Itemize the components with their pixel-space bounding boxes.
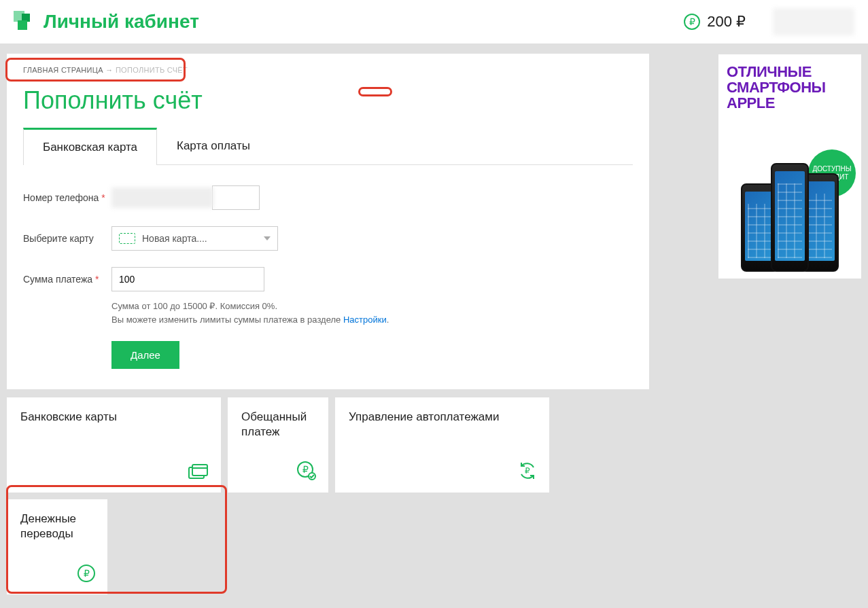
breadcrumb: ГЛАВНАЯ СТРАНИЦА → ПОПОЛНИТЬ СЧЁТ — [23, 62, 633, 81]
row-select-card: Выберите карту Новая карта.... — [23, 226, 633, 251]
ruble-circle-icon: ₽ — [684, 14, 700, 30]
cards-grid: Банковские карты Обещанный платеж ₽ Упра… — [7, 397, 656, 594]
tabs: Банковская карта Карта оплаты — [23, 127, 633, 165]
credit-card-icon — [188, 464, 209, 483]
balance[interactable]: ₽ 200 ₽ — [684, 13, 746, 31]
logo-icon — [14, 11, 35, 33]
promo-headline: ОТЛИЧНЫЕ СМАРТФОНЫ APPLE — [727, 64, 853, 111]
phone-label: Номер телефона * — [23, 192, 111, 203]
ruble-check-icon: ₽ — [297, 461, 316, 483]
tab-bank-card[interactable]: Банковская карта — [23, 128, 157, 165]
row-phone: Номер телефона * — [23, 185, 633, 210]
new-card-icon — [119, 233, 135, 244]
content-panel: ГЛАВНАЯ СТРАНИЦА → ПОПОЛНИТЬ СЧЁТ Пополн… — [7, 54, 649, 389]
ruble-refresh-icon: ₽ — [518, 461, 537, 483]
breadcrumb-arrow: → — [105, 66, 113, 74]
phone-value-blurred — [111, 187, 213, 208]
amount-input[interactable] — [111, 267, 264, 291]
card-promised-payment[interactable]: Обещанный платеж ₽ — [228, 397, 328, 493]
header-title[interactable]: Личный кабинет — [44, 11, 199, 33]
svg-rect-1 — [192, 465, 207, 476]
balance-value: 200 ₽ — [707, 13, 746, 31]
settings-link[interactable]: Настройки — [343, 315, 387, 325]
card-money-transfers[interactable]: Денежные переводы ₽ — [7, 499, 107, 594]
header: Личный кабинет ₽ 200 ₽ — [0, 0, 868, 43]
svg-text:₽: ₽ — [84, 568, 90, 579]
chevron-down-icon — [264, 236, 271, 240]
select-card-label: Выберите карту — [23, 233, 111, 244]
card-bank-cards[interactable]: Банковские карты — [7, 397, 221, 493]
card-select-value: Новая карта.... — [142, 233, 207, 244]
breadcrumb-current: ПОПОЛНИТЬ СЧЁТ — [116, 66, 188, 74]
promo-banner[interactable]: ОТЛИЧНЫЕ СМАРТФОНЫ APPLE ДОСТУПНЫ В КРЕД… — [718, 54, 861, 279]
svg-text:₽: ₽ — [525, 466, 530, 476]
amount-label: Сумма платежа * — [23, 274, 111, 285]
card-autopayments[interactable]: Управление автоплатежами ₽ — [335, 397, 549, 493]
promo-phones-image — [725, 156, 854, 272]
page-title: Пополнить счёт — [23, 86, 633, 115]
breadcrumb-home[interactable]: ГЛАВНАЯ СТРАНИЦА — [23, 66, 103, 74]
next-button[interactable]: Далее — [111, 341, 179, 369]
ruble-circle-icon: ₽ — [77, 565, 95, 585]
card-select[interactable]: Новая карта.... — [111, 226, 278, 251]
amount-hint: Сумма от 100 до 15000 ₽. Комиссия 0%. Вы… — [111, 300, 633, 326]
svg-text:₽: ₽ — [302, 464, 309, 475]
row-amount: Сумма платежа * — [23, 267, 633, 291]
tab-payment-card[interactable]: Карта оплаты — [157, 128, 270, 165]
header-blurred-area — [773, 8, 854, 35]
phone-input[interactable] — [212, 185, 260, 210]
